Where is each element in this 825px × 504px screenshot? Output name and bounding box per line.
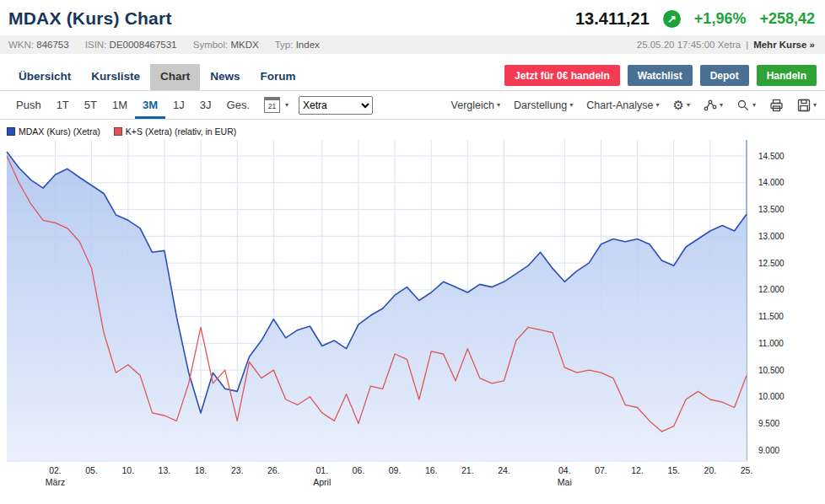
legend-item-mdax: MDAX (Kurs) (Xetra): [7, 126, 100, 137]
range-3m[interactable]: 3M: [135, 91, 165, 119]
svg-text:12.500: 12.500: [758, 259, 785, 268]
section-tabs: Übersicht Kursliste Chart News Forum: [8, 64, 306, 90]
range-push[interactable]: Push: [8, 91, 49, 119]
svg-text:07.: 07.: [595, 465, 607, 475]
action-buttons: Jetzt für 0€ handeln Watchlist Depot Han…: [504, 65, 817, 90]
page-title: MDAX (Kurs) Chart: [8, 8, 172, 29]
tab-forum[interactable]: Forum: [251, 64, 306, 90]
legend-label: MDAX (Kurs) (Xetra): [19, 126, 100, 137]
depot-button[interactable]: Depot: [700, 65, 749, 86]
toolbar-right: Vergleich ▾ Darstellung ▾ Chart-Analyse …: [451, 91, 817, 119]
svg-text:10.: 10.: [121, 465, 134, 475]
trade-promo-button[interactable]: Jetzt für 0€ handeln: [504, 65, 620, 86]
range-3j[interactable]: 3J: [192, 91, 219, 119]
svg-text:23.: 23.: [231, 465, 244, 475]
svg-text:05.: 05.: [85, 465, 98, 475]
svg-text:13.500: 13.500: [758, 205, 785, 214]
svg-text:20.: 20.: [704, 465, 717, 475]
caret-down-icon: ▾: [720, 101, 723, 109]
range-ges[interactable]: Ges.: [219, 91, 257, 119]
wkn: WKN: 846753: [8, 40, 69, 50]
svg-text:04.: 04.: [558, 465, 571, 475]
svg-text:9.500: 9.500: [758, 419, 779, 428]
quote-summary: 13.411,21 ↗ +1,96% +258,42: [575, 9, 815, 29]
svg-text:26.: 26.: [267, 465, 280, 475]
chart-area[interactable]: 14.50014.00013.50013.00012.50012.00011.5…: [0, 138, 825, 492]
range-5t[interactable]: 5T: [77, 91, 105, 119]
type: Typ: Index: [275, 40, 320, 50]
print-button[interactable]: [769, 99, 784, 112]
indicator-button[interactable]: ▾: [704, 99, 723, 112]
gear-icon: ⚙: [672, 99, 683, 111]
svg-text:02.: 02.: [49, 465, 62, 475]
nav-row: Übersicht Kursliste Chart News Forum Jet…: [0, 54, 825, 90]
svg-text:12.000: 12.000: [758, 285, 785, 294]
save-icon: [797, 99, 811, 112]
darstellung-menu[interactable]: Darstellung ▾: [514, 99, 573, 111]
last-price: 13.411,21: [575, 9, 650, 29]
caret-down-icon: ▾: [813, 101, 817, 109]
chart-legend: MDAX (Kurs) (Xetra) K+S (Xetra) (relativ…: [0, 120, 825, 138]
svg-text:24.: 24.: [498, 465, 510, 475]
range-1j[interactable]: 1J: [165, 91, 192, 119]
separator: |: [746, 40, 748, 50]
svg-text:01.: 01.: [315, 465, 328, 475]
svg-text:April: April: [313, 477, 331, 487]
tab-kursliste[interactable]: Kursliste: [81, 64, 150, 90]
svg-text:14.000: 14.000: [758, 178, 785, 187]
svg-text:12.: 12.: [631, 465, 644, 475]
vergleich-menu[interactable]: Vergleich ▾: [451, 99, 500, 111]
svg-text:10.500: 10.500: [758, 366, 785, 375]
tab-news[interactable]: News: [200, 64, 250, 90]
header: MDAX (Kurs) Chart 13.411,21 ↗ +1,96% +25…: [0, 0, 825, 35]
save-button[interactable]: ▾: [797, 99, 817, 112]
caret-down-icon: ▾: [687, 101, 690, 109]
caret-down-icon: ▾: [569, 101, 573, 109]
caret-down-icon: ▾: [497, 101, 500, 109]
zoom-button[interactable]: ▾: [736, 99, 756, 112]
svg-text:16.: 16.: [425, 465, 438, 475]
svg-text:11.500: 11.500: [758, 312, 784, 321]
chart-toolbar: Push 1T 5T 1M 3M 1J 3J Ges. 21 ▾ Xetra V…: [0, 90, 825, 120]
range-1t[interactable]: 1T: [49, 91, 77, 119]
handeln-button[interactable]: Handeln: [757, 65, 817, 86]
meta-bar: WKN: 846753 ISIN: DE0008467531 Symbol: M…: [0, 35, 825, 54]
magnifier-icon: [736, 99, 750, 112]
series-swatch-ks: [114, 127, 122, 136]
tab-uebersicht[interactable]: Übersicht: [8, 64, 81, 90]
svg-text:09.: 09.: [389, 465, 402, 475]
caret-down-icon: ▾: [285, 101, 288, 109]
more-quotes-link[interactable]: Mehr Kurse »: [753, 40, 815, 50]
svg-text:9.000: 9.000: [758, 446, 779, 455]
trend-up-icon: ↗: [663, 10, 681, 28]
change-absolute: +258,42: [759, 10, 815, 28]
svg-text:März: März: [46, 477, 65, 487]
svg-text:15.: 15.: [667, 465, 680, 475]
settings-button[interactable]: ⚙ ▾: [672, 99, 689, 111]
watchlist-button[interactable]: Watchlist: [628, 65, 693, 86]
svg-text:13.000: 13.000: [758, 232, 785, 241]
date-picker-button[interactable]: 21 ▾: [264, 91, 288, 119]
exchange-select[interactable]: Xetra: [299, 96, 373, 115]
chart-type-icon: [704, 99, 717, 112]
symbol: Symbol: MKDX: [193, 40, 259, 50]
chart-analyse-menu[interactable]: Chart-Analyse ▾: [586, 99, 659, 111]
legend-item-ks: K+S (Xetra) (relativ, in EUR): [114, 126, 236, 137]
svg-text:25.: 25.: [741, 465, 753, 475]
caret-down-icon: ▾: [655, 101, 659, 109]
exchange-select-wrap: Xetra: [299, 91, 373, 119]
quote-timestamp-area: 25.05.20 17:45:00 Xetra | Mehr Kurse »: [637, 40, 815, 50]
tab-chart[interactable]: Chart: [150, 64, 200, 90]
legend-label: K+S (Xetra) (relativ, in EUR): [126, 126, 236, 137]
svg-text:06.: 06.: [353, 465, 365, 475]
range-1m[interactable]: 1M: [105, 91, 135, 119]
series-swatch-mdax: [7, 127, 15, 136]
price-chart-svg[interactable]: 14.50014.00013.50013.00012.50012.00011.5…: [0, 138, 825, 492]
range-selector: Push 1T 5T 1M 3M 1J 3J Ges.: [8, 91, 257, 119]
svg-text:10.000: 10.000: [758, 392, 785, 401]
change-percent: +1,96%: [694, 10, 747, 28]
calendar-icon: 21: [264, 97, 280, 113]
svg-text:Mai: Mai: [558, 477, 572, 487]
svg-text:18.: 18.: [195, 465, 208, 475]
caret-down-icon: ▾: [752, 101, 756, 109]
